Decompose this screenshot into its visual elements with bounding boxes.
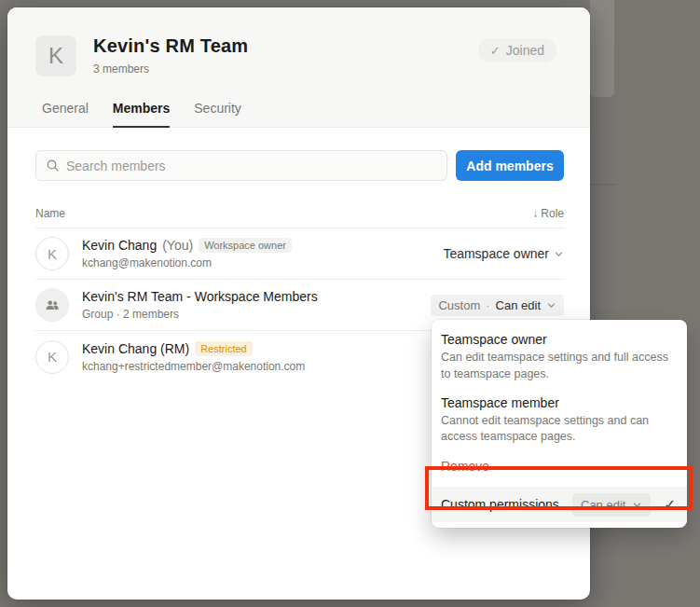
menu-item-teamspace-member[interactable]: Teamspace member Cannot edit teamspace s… — [432, 393, 687, 449]
menu-item-title: Teamspace owner — [441, 332, 672, 347]
background-divider-fragment — [590, 184, 615, 186]
modal-header: K Kevin's RM Team 3 members ✓ Joined Gen… — [7, 7, 590, 128]
teamspace-member-count: 3 members — [93, 62, 478, 76]
member-row-kevin-chang: K Kevin Chang (You) Workspace owner kcha… — [35, 228, 564, 280]
group-avatar — [35, 288, 69, 322]
joined-badge[interactable]: ✓ Joined — [478, 38, 556, 62]
role-value: Teamspace owner — [443, 246, 549, 261]
member-you-suffix: (You) — [162, 238, 193, 253]
menu-item-description: Cannot edit teamspace settings and can a… — [441, 413, 672, 447]
role-select-teamspace-owner[interactable]: Teamspace owner — [443, 246, 564, 261]
menu-item-custom-permissions[interactable]: Custom permissions Can edit ✓ — [432, 487, 687, 522]
role-pill-value: Can edit — [496, 298, 541, 312]
chevron-down-icon — [632, 500, 642, 510]
search-members-box[interactable] — [35, 150, 447, 181]
sort-down-arrow-icon: ↓ — [532, 207, 538, 220]
joined-badge-label: Joined — [506, 43, 544, 58]
search-members-input[interactable] — [66, 159, 437, 173]
member-name: Kevin Chang (RM) — [82, 341, 189, 356]
chevron-down-icon — [546, 300, 556, 310]
teamspace-avatar: K — [35, 35, 76, 76]
group-subtitle: Group · 2 members — [82, 308, 431, 321]
people-icon — [44, 297, 61, 313]
member-table-header: Name ↓ Role — [35, 207, 564, 228]
add-members-button[interactable]: Add members — [456, 150, 564, 181]
member-avatar: K — [35, 237, 69, 270]
menu-item-description: Can edit teamspace settings and full acc… — [441, 350, 672, 383]
can-edit-value: Can edit — [581, 498, 625, 512]
role-select-custom-can-edit[interactable]: Custom · Can edit — [431, 295, 564, 316]
tab-bar: General Members Security — [35, 76, 556, 127]
role-column-header[interactable]: ↓ Role — [532, 207, 564, 220]
role-pill-separator: · — [486, 298, 489, 312]
check-icon: ✓ — [490, 44, 501, 58]
can-edit-select[interactable]: Can edit — [572, 493, 651, 517]
menu-item-teamspace-owner[interactable]: Teamspace owner Can edit teamspace setti… — [432, 329, 687, 386]
member-avatar: K — [35, 340, 69, 374]
tab-security[interactable]: Security — [194, 101, 241, 128]
background-panel-fragment — [590, 0, 614, 97]
teamspace-title: Kevin's RM Team — [93, 35, 478, 57]
menu-item-title: Teamspace member — [441, 395, 672, 410]
role-pill-prefix: Custom — [438, 298, 480, 312]
role-column-label: Role — [541, 207, 564, 220]
role-dropdown-menu: Teamspace owner Can edit teamspace setti… — [432, 320, 687, 528]
workspace-owner-badge: Workspace owner — [199, 238, 292, 253]
group-name: Kevin's RM Team - Workspace Members — [82, 289, 318, 304]
member-name: Kevin Chang — [82, 238, 157, 253]
search-icon — [46, 159, 60, 172]
custom-permissions-label: Custom permissions — [441, 497, 572, 512]
restricted-badge: Restricted — [195, 341, 253, 356]
tab-members[interactable]: Members — [113, 101, 170, 128]
tab-general[interactable]: General — [42, 101, 89, 128]
chevron-down-icon — [554, 249, 564, 259]
member-email: kchang@makenotion.com — [82, 256, 443, 269]
menu-item-remove[interactable]: Remove — [432, 455, 687, 477]
name-column-header: Name — [35, 207, 65, 220]
selected-check-icon: ✓ — [664, 496, 676, 513]
